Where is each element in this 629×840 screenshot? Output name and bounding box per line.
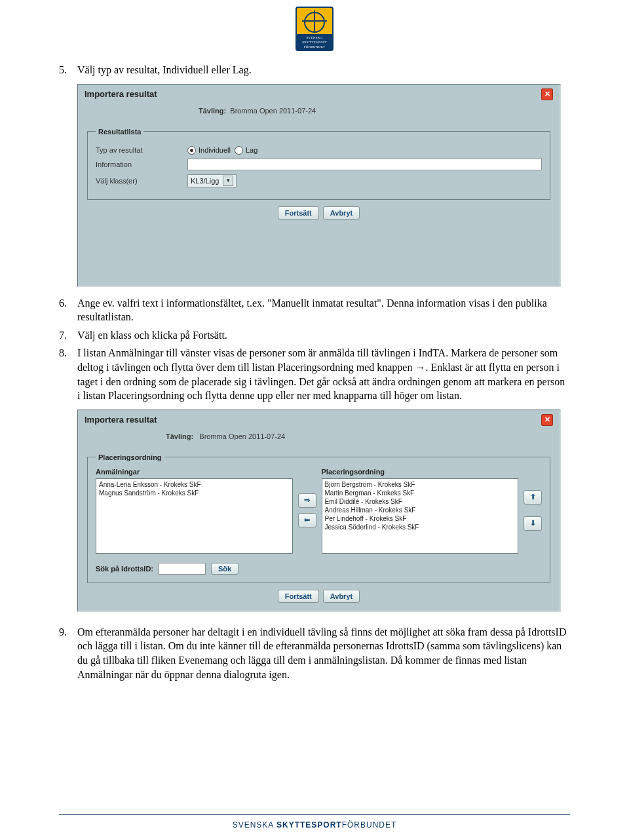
dialog1-title: Importera resultat [85,89,157,99]
footer-brand: SVENSKA SKYTTESPORTFÖRBUNDET [0,820,629,830]
row-information: Information [96,159,542,170]
list-item[interactable]: Andreas Hillman - Krokeks SkF [325,506,516,514]
search-label: Sök på IdrottsID: [96,565,153,573]
list-item[interactable]: Per Lindehoff - Krokeks SkF [325,514,516,523]
fieldset-placeringsordning: Placeringsordning Anmälningar Anna-Lena … [87,453,550,583]
dialog1-titlebar: Importera resultat ✕ [78,85,560,103]
list-transfer-widget: Anmälningar Anna-Lena Eriksson - Krokeks… [96,468,542,554]
list-item[interactable]: Martin Bergman - Krokeks SkF [325,489,516,497]
move-right-button[interactable]: ⇒ [298,493,316,508]
step-7: 7. Välj en klass och klicka på Fortsätt. [59,328,570,343]
chevron-down-icon: ▾ [223,176,233,186]
row-result-type: Typ av resultat Individuell Lag [96,146,542,155]
instruction-list-3: 9. Om efteranmälda personer har deltagit… [59,625,570,681]
list-item[interactable]: Emil Diddilé - Krokeks SkF [325,497,516,506]
dialog1-close-button[interactable]: ✕ [541,88,553,100]
document-page: SVENSKA SKYTTESPORT FÖRBUNDET 5. Välj ty… [0,0,629,840]
reorder-buttons: ⇑ ⇓ [524,490,542,531]
list-item[interactable]: Björn Bergström - Krokeks SkF [325,480,516,489]
col-left-title: Anmälningar [96,468,293,476]
label-information: Information [96,161,187,168]
dialog2-button-row: Fortsätt Avbryt [87,590,550,603]
move-up-button[interactable]: ⇑ [524,490,542,505]
dialog-import-results-2: Importera resultat ✕ Tävling: Bromma Ope… [77,410,561,612]
radio-lag-label: Lag [246,146,257,154]
search-row: Sök på IdrottsID: Sök [96,563,542,575]
listbox-placeringsordning[interactable]: Björn Bergström - Krokeks SkF Martin Ber… [322,478,519,554]
idrottsid-input[interactable] [159,563,206,575]
class-select[interactable]: KL3/Ligg ▾ [187,174,237,187]
dialog1-competition-line: Tävling: Bromma Open 2011-07-24 [87,107,550,115]
dialog2-competition-line: Tävling: Bromma Open 2011-07-24 [87,432,550,440]
cancel-button[interactable]: Avbryt [323,590,360,603]
fieldset-resultatlista: Resultatlista Typ av resultat Individuel… [87,128,550,200]
logo-text: SVENSKA SKYTTESPORT FÖRBUNDET [297,34,332,50]
step-5: 5. Välj typ av resultat, Individuell ell… [59,63,570,77]
list-item[interactable]: Jessica Söderlind - Krokeks SkF [325,523,516,531]
label-select-class: Välj klass(er) [96,177,187,185]
radio-lag[interactable] [235,146,243,155]
dialog2-title: Importera resultat [85,415,157,425]
information-input[interactable] [187,159,542,170]
instruction-list-2: 6. Ange ev. valfri text i informationsfä… [59,296,570,403]
row-select-class: Välj klass(er) KL3/Ligg ▾ [96,174,542,187]
move-left-button[interactable]: ⇐ [298,513,316,527]
list-item[interactable]: Magnus Sandström - Krokeks SkF [99,489,290,497]
dialog1-button-row: Fortsätt Avbryt [87,206,550,220]
radio-individuell[interactable] [187,146,196,155]
footer-divider [59,814,570,815]
listbox-anmalningar[interactable]: Anna-Lena Eriksson - Krokeks SkF Magnus … [96,478,293,554]
instruction-list: 5. Välj typ av resultat, Individuell ell… [59,63,570,77]
class-select-value: KL3/Ligg [191,177,219,185]
header-logo: SVENSKA SKYTTESPORT FÖRBUNDET [295,7,334,51]
step-8: 8. I listan Anmälningar till vänster vis… [59,346,570,402]
col-right-title: Placeringsordning [322,468,519,476]
continue-button[interactable]: Fortsätt [278,206,319,220]
list-item[interactable]: Anna-Lena Eriksson - Krokeks SkF [99,480,290,489]
fieldset-legend: Resultatlista [96,128,143,136]
transfer-buttons: ⇒ ⇐ [298,493,316,527]
column-placeringsordning: Placeringsordning Björn Bergström - Krok… [322,468,519,554]
dialog2-close-button[interactable]: ✕ [541,414,553,426]
dialog2-titlebar: Importera resultat ✕ [78,410,560,429]
step-6: 6. Ange ev. valfri text i informationsfä… [59,296,570,324]
move-down-button[interactable]: ⇓ [524,516,542,531]
continue-button[interactable]: Fortsätt [278,590,319,603]
cancel-button[interactable]: Avbryt [323,206,360,220]
column-anmalningar: Anmälningar Anna-Lena Eriksson - Krokeks… [96,468,293,554]
step-9: 9. Om efteranmälda personer har deltagit… [59,625,570,681]
label-result-type: Typ av resultat [96,146,187,154]
fieldset2-legend: Placeringsordning [96,453,164,461]
radio-individuell-label: Individuell [199,146,231,154]
search-button[interactable]: Sök [211,563,238,575]
dialog-import-results-1: Importera resultat ✕ Tävling: Bromma Ope… [77,84,561,287]
